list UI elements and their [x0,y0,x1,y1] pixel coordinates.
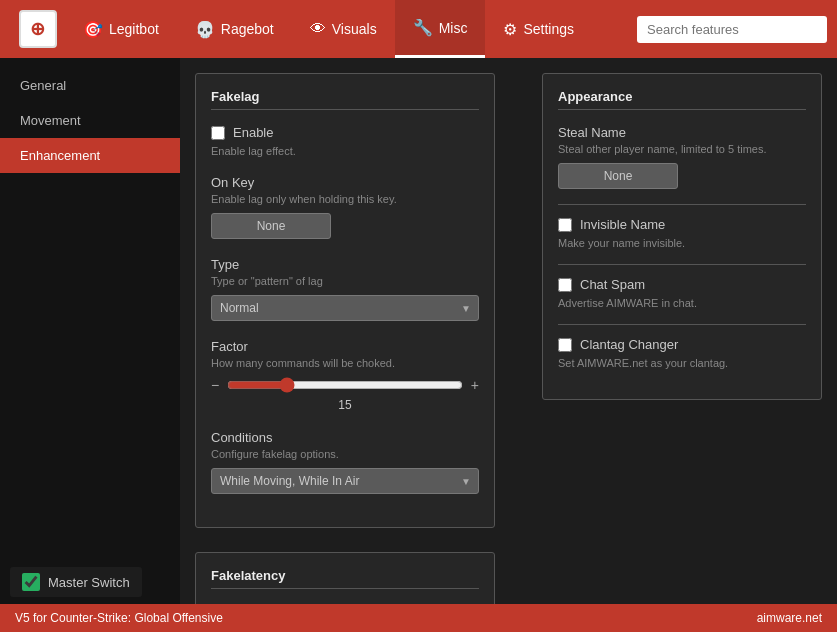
fakelag-type-dropdown[interactable]: Normal Adaptive Peak Fluctuate [211,295,479,321]
fakelag-factor-label: Factor [211,339,479,354]
fakelag-type-label: Type [211,257,479,272]
brand-text: aimware.net [757,611,822,625]
logo-area: ⊕ [10,0,65,58]
fakelag-enable-checkbox[interactable] [211,126,225,140]
fakelag-conditions-label: Conditions [211,430,479,445]
fakelatency-panel: Fakelatency Enable Enable latency modifi… [195,552,495,604]
misc-icon: 🔧 [413,18,433,37]
tab-visuals-label: Visuals [332,21,377,37]
legitbot-icon: 🎯 [83,20,103,39]
main-content: General Movement Enhancement Fakelag Ena… [0,58,837,604]
fakelag-conditions-desc: Configure fakelag options. [211,448,479,460]
fakelag-factor-block: Factor How many commands will be choked.… [211,339,479,412]
steal-name-desc: Steal other player name, limited to 5 ti… [558,143,806,155]
tab-ragebot[interactable]: 💀 Ragebot [177,0,292,58]
fakelag-enable-label: Enable [233,125,273,140]
tab-misc-label: Misc [439,20,468,36]
invisible-name-row: Invisible Name [558,217,806,232]
clantag-changer-block: Clantag Changer Set AIMWARE.net as your … [558,337,806,369]
factor-plus-icon[interactable]: + [471,377,479,393]
app-logo: ⊕ [19,10,57,48]
sidebar-enhancement-label: Enhancement [20,148,100,163]
sidebar-item-general[interactable]: General [0,68,180,103]
fakelag-conditions-block: Conditions Configure fakelag options. Wh… [211,430,479,494]
tab-settings[interactable]: ⚙ Settings [485,0,592,58]
fakelag-conditions-dropdown-wrapper: While Moving While In Air While Moving, … [211,468,479,494]
master-switch-checkbox[interactable] [22,573,40,591]
sidebar-item-movement[interactable]: Movement [0,103,180,138]
factor-minus-icon[interactable]: − [211,377,219,393]
fakelag-enable-desc: Enable lag effect. [211,145,479,157]
clantag-changer-checkbox[interactable] [558,338,572,352]
fakelag-factor-slider-row: − + [211,377,479,393]
clantag-changer-row: Clantag Changer [558,337,806,352]
invisible-name-desc: Make your name invisible. [558,237,806,249]
bottombar: V5 for Counter-Strike: Global Offensive … [0,604,837,632]
master-switch-label: Master Switch [48,575,130,590]
invisible-name-label: Invisible Name [580,217,665,232]
fakelag-onkey-button[interactable]: None [211,213,331,239]
separator-2 [558,264,806,265]
fakelag-panel: Fakelag Enable Enable lag effect. On Key… [195,73,495,528]
fakelag-type-block: Type Type or "pattern" of lag Normal Ada… [211,257,479,321]
chat-spam-block: Chat Spam Advertise AIMWARE in chat. [558,277,806,309]
visuals-icon: 👁 [310,20,326,38]
fakelatency-title: Fakelatency [211,568,479,589]
fakelag-enable-row: Enable [211,125,479,140]
search-input[interactable] [637,16,827,43]
steal-name-button[interactable]: None [558,163,678,189]
chat-spam-row: Chat Spam [558,277,806,292]
sidebar-item-enhancement[interactable]: Enhancement [0,138,180,173]
sidebar: General Movement Enhancement [0,58,180,604]
fakelag-onkey-desc: Enable lag only when holding this key. [211,193,479,205]
fakelag-onkey-block: On Key Enable lag only when holding this… [211,175,479,239]
appearance-panel: Appearance Steal Name Steal other player… [542,73,822,400]
version-text: V5 for Counter-Strike: Global Offensive [15,611,223,625]
search-area [637,16,827,43]
invisible-name-checkbox[interactable] [558,218,572,232]
topbar: ⊕ 🎯 Legitbot 💀 Ragebot 👁 Visuals 🔧 Misc … [0,0,837,58]
tab-misc[interactable]: 🔧 Misc [395,0,486,58]
fakelag-enable-block: Enable Enable lag effect. [211,125,479,157]
fakelag-factor-desc: How many commands will be choked. [211,357,479,369]
ragebot-icon: 💀 [195,20,215,39]
master-switch-area: Master Switch [10,567,142,597]
fakelag-conditions-dropdown[interactable]: While Moving While In Air While Moving, … [211,468,479,494]
separator-3 [558,324,806,325]
fakelag-onkey-label: On Key [211,175,479,190]
fakelag-factor-value: 15 [211,398,479,412]
tab-visuals[interactable]: 👁 Visuals [292,0,395,58]
tab-settings-label: Settings [523,21,574,37]
fakelag-factor-slider[interactable] [227,377,463,393]
steal-name-label: Steal Name [558,125,806,140]
invisible-name-block: Invisible Name Make your name invisible. [558,217,806,249]
fakelag-type-desc: Type or "pattern" of lag [211,275,479,287]
appearance-title: Appearance [558,89,806,110]
sidebar-movement-label: Movement [20,113,81,128]
sidebar-general-label: General [20,78,66,93]
steal-name-block: Steal Name Steal other player name, limi… [558,125,806,189]
chat-spam-desc: Advertise AIMWARE in chat. [558,297,806,309]
nav-tabs: 🎯 Legitbot 💀 Ragebot 👁 Visuals 🔧 Misc ⚙ … [65,0,637,58]
settings-icon: ⚙ [503,20,517,39]
clantag-changer-label: Clantag Changer [580,337,678,352]
clantag-changer-desc: Set AIMWARE.net as your clantag. [558,357,806,369]
fakelag-type-dropdown-wrapper: Normal Adaptive Peak Fluctuate [211,295,479,321]
tab-legitbot[interactable]: 🎯 Legitbot [65,0,177,58]
separator-1 [558,204,806,205]
tab-legitbot-label: Legitbot [109,21,159,37]
tab-ragebot-label: Ragebot [221,21,274,37]
chat-spam-label: Chat Spam [580,277,645,292]
chat-spam-checkbox[interactable] [558,278,572,292]
fakelag-title: Fakelag [211,89,479,110]
content-area: Fakelag Enable Enable lag effect. On Key… [180,58,837,604]
